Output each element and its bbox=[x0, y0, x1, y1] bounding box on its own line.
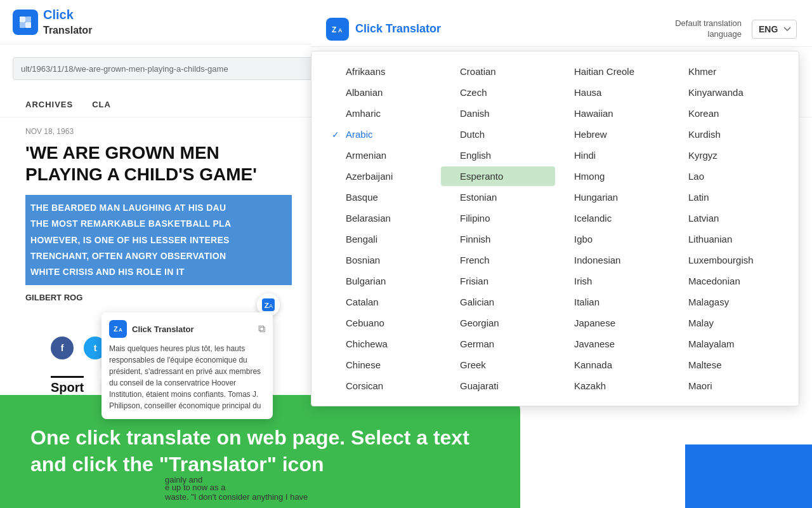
lang-item[interactable]: Hausa bbox=[555, 83, 669, 102]
lang-item[interactable]: Filipino bbox=[441, 208, 555, 228]
article-author: GILBERT ROG bbox=[25, 293, 343, 302]
svg-text:A: A bbox=[269, 303, 273, 309]
lang-item[interactable]: Latvian bbox=[669, 208, 783, 228]
lang-item[interactable]: Khmer bbox=[669, 62, 783, 81]
lang-item[interactable]: Malayalam bbox=[669, 334, 783, 354]
bg-logo: Click Translator bbox=[13, 8, 92, 37]
lang-item[interactable]: Irish bbox=[555, 271, 669, 291]
lang-item[interactable]: Kurdish bbox=[669, 124, 783, 144]
lang-item[interactable]: Czech bbox=[441, 83, 555, 102]
translation-box-title: Click Translator bbox=[132, 324, 194, 334]
default-lang-label: Default translationlanguage bbox=[675, 18, 742, 40]
lang-item[interactable]: Albanian bbox=[327, 83, 441, 102]
lang-item[interactable]: Korean bbox=[669, 104, 783, 123]
lang-item[interactable]: Igbo bbox=[555, 229, 669, 249]
lang-item[interactable]: Hungarian bbox=[555, 187, 669, 207]
lang-item[interactable]: ✓Arabic bbox=[327, 124, 441, 144]
facebook-icon[interactable]: f bbox=[51, 337, 74, 359]
lang-item[interactable]: Guajarati bbox=[441, 376, 555, 396]
lang-item[interactable]: Icelandic bbox=[555, 208, 669, 228]
svg-rect-3 bbox=[25, 22, 31, 28]
lang-item[interactable]: Indonesian bbox=[555, 250, 669, 270]
bg-app-name: Click Translator bbox=[43, 8, 92, 37]
lang-item[interactable]: Chinese bbox=[327, 355, 441, 375]
svg-text:A: A bbox=[338, 27, 343, 34]
lang-item[interactable]: Danish bbox=[441, 104, 555, 123]
bg-logo-icon bbox=[13, 10, 38, 35]
lang-item[interactable]: Hawaiian bbox=[555, 104, 669, 123]
lang-item[interactable]: Estonian bbox=[441, 187, 555, 207]
translation-box-text: Mais quelques heures plus tôt, les hauts… bbox=[109, 343, 265, 411]
article: NOV 18, 1963 'WE ARE GROWN MEN PLAYING A… bbox=[25, 127, 343, 302]
translation-box: Z A Click Translator ⧉ Mais quelques heu… bbox=[102, 312, 273, 419]
article-date: NOV 18, 1963 bbox=[25, 127, 343, 136]
overlay-header: Z A Click Translator Default translation… bbox=[311, 11, 812, 47]
lang-item[interactable]: Galician bbox=[441, 292, 555, 312]
lang-item[interactable]: German bbox=[441, 334, 555, 354]
lang-item[interactable]: Azerbaijani bbox=[327, 166, 441, 186]
svg-rect-2 bbox=[20, 22, 25, 28]
lang-item[interactable]: Bosnian bbox=[327, 250, 441, 270]
lang-item[interactable]: Corsican bbox=[327, 376, 441, 396]
article-title: 'WE ARE GROWN MEN PLAYING A CHILD'S GAME… bbox=[25, 142, 292, 185]
lang-item[interactable]: Kannada bbox=[555, 355, 669, 375]
lang-item[interactable]: Bengali bbox=[327, 229, 441, 249]
language-dropdown[interactable]: AfrikaansCroatianHaitian CreoleKhmerAlba… bbox=[311, 51, 799, 406]
lang-item[interactable]: Afrikaans bbox=[327, 62, 441, 81]
lang-item[interactable]: Catalan bbox=[327, 292, 441, 312]
lang-select[interactable]: ENG FRN SPA bbox=[752, 20, 797, 39]
svg-text:A: A bbox=[119, 327, 122, 333]
lang-item[interactable]: Cebuano bbox=[327, 313, 441, 333]
lang-item[interactable]: Maltese bbox=[669, 355, 783, 375]
lang-item[interactable]: Bulgarian bbox=[327, 271, 441, 291]
lang-item[interactable]: English bbox=[441, 145, 555, 165]
overlay-app-name: Click Translator bbox=[355, 22, 441, 36]
lang-item[interactable]: Finnish bbox=[441, 229, 555, 249]
svg-text:Z: Z bbox=[332, 25, 336, 34]
lang-item[interactable]: Macedonian bbox=[669, 271, 783, 291]
lang-item[interactable]: Hindi bbox=[555, 145, 669, 165]
url-text: ult/1963/11/18/we-are-grown-men-playing-… bbox=[21, 64, 228, 74]
lang-item[interactable]: Italian bbox=[555, 292, 669, 312]
lang-item[interactable]: French bbox=[441, 250, 555, 270]
svg-text:Z: Z bbox=[114, 325, 118, 333]
lang-item[interactable]: Lithuanian bbox=[669, 229, 783, 249]
lang-item[interactable]: Frisian bbox=[441, 271, 555, 291]
lang-item[interactable]: Chichewa bbox=[327, 334, 441, 354]
lang-item[interactable]: Latin bbox=[669, 187, 783, 207]
lang-item[interactable]: Kazakh bbox=[555, 376, 669, 396]
copy-icon[interactable]: ⧉ bbox=[258, 323, 265, 335]
lang-item[interactable]: Maori bbox=[669, 376, 783, 396]
lang-item[interactable]: Kinyarwanda bbox=[669, 83, 783, 102]
lang-item[interactable]: Haitian Creole bbox=[555, 62, 669, 81]
lang-item[interactable]: Japanese bbox=[555, 313, 669, 333]
translation-box-header: Z A Click Translator ⧉ bbox=[109, 320, 265, 338]
lang-item[interactable]: Lao bbox=[669, 166, 783, 186]
lang-item[interactable]: Javanese bbox=[555, 334, 669, 354]
nav-cla[interactable]: CLA bbox=[92, 100, 111, 109]
lang-item[interactable]: Croatian bbox=[441, 62, 555, 81]
lang-item[interactable]: Basque bbox=[327, 187, 441, 207]
overlay-logo: Z A Click Translator bbox=[326, 18, 441, 41]
lang-item[interactable]: Esperanto bbox=[441, 166, 555, 186]
lang-item[interactable]: Greek bbox=[441, 355, 555, 375]
svg-rect-0 bbox=[20, 17, 25, 22]
sport-label: Sport bbox=[51, 376, 84, 395]
translation-box-logo: Z A bbox=[109, 320, 127, 338]
lang-item[interactable]: Belarasian bbox=[327, 208, 441, 228]
article-bottom-quote: e up to now as awaste. "I don't consider… bbox=[165, 483, 355, 502]
lang-item[interactable]: Hebrew bbox=[555, 124, 669, 144]
lang-item[interactable]: Kyrgyz bbox=[669, 145, 783, 165]
lang-item[interactable]: Georgian bbox=[441, 313, 555, 333]
lang-item[interactable]: Luxembourgish bbox=[669, 250, 783, 270]
nav-archives[interactable]: ARCHIVES bbox=[25, 100, 73, 109]
blue-box bbox=[685, 444, 812, 508]
language-grid: AfrikaansCroatianHaitian CreoleKhmerAlba… bbox=[327, 62, 783, 396]
lang-item[interactable]: Armenian bbox=[327, 145, 441, 165]
lang-item[interactable]: Hmong bbox=[555, 166, 669, 186]
lang-item[interactable]: Amharic bbox=[327, 104, 441, 123]
lang-item[interactable]: Dutch bbox=[441, 124, 555, 144]
lang-item[interactable]: Malagasy bbox=[669, 292, 783, 312]
lang-item[interactable]: Malay bbox=[669, 313, 783, 333]
social-icons: f t bbox=[51, 337, 107, 359]
